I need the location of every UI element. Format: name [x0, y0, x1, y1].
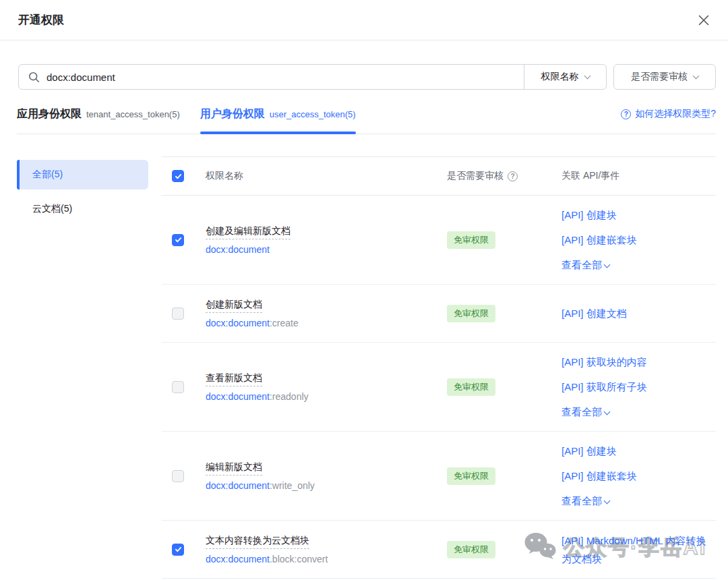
search-input[interactable] — [47, 71, 524, 83]
row-checkbox[interactable] — [172, 234, 184, 246]
table-header: 权限名称 是否需要审核 ? 关联 API/事件 — [162, 157, 716, 196]
help-link[interactable]: ? 如何选择权限类型? — [621, 108, 716, 134]
category-sidebar: 全部(5) 云文档(5) — [17, 134, 148, 579]
table-row: 编辑新版文档 docx:document:write_only 免审权限 [AP… — [162, 432, 716, 521]
api-link[interactable]: [API] 创建文档 — [562, 304, 716, 322]
search-icon — [28, 71, 40, 83]
filter-review-label: 是否需要审核 — [631, 71, 688, 83]
sidebar-item-label: 云文档(5) — [32, 203, 72, 215]
filter-field-label: 权限名称 — [541, 71, 579, 83]
api-links: [API] 创建文档 — [562, 301, 716, 326]
permission-name: 查看新版文档 — [206, 372, 262, 386]
row-checkbox[interactable] — [172, 544, 184, 556]
permission-name: 编辑新版文档 — [206, 461, 262, 475]
tab-label: 用户身份权限 — [200, 107, 265, 121]
review-badge: 免审权限 — [447, 378, 495, 396]
row-checkbox[interactable] — [172, 308, 184, 320]
permission-scope: docx:document — [206, 244, 436, 255]
table-row: 查看新版文档 docx:document:readonly 免审权限 [API]… — [162, 343, 716, 432]
permission-scope-match: docx:document — [206, 480, 270, 491]
api-link[interactable]: [API] 创建块 — [562, 442, 716, 460]
header-api: 关联 API/事件 — [562, 170, 716, 182]
permission-scope: docx:document:write_only — [206, 480, 436, 491]
tab-user-access[interactable]: 用户身份权限 user_access_token(5) — [200, 107, 356, 134]
table-body: 创建及编辑新版文档 docx:document 免审权限 [API] 创建块[A… — [162, 196, 716, 579]
tabs-row: 应用身份权限 tenant_access_token(5) 用户身份权限 use… — [17, 107, 716, 134]
review-badge: 免审权限 — [447, 541, 495, 558]
close-icon[interactable] — [694, 11, 713, 30]
permission-scope-match: docx:document — [206, 391, 270, 402]
permission-scope: docx:document.block:convert — [206, 554, 436, 564]
tab-token: user_access_token(5) — [270, 109, 356, 119]
api-links: [API] Markdown/HTML 内容转换为文档块 — [562, 528, 716, 571]
permission-table: 权限名称 是否需要审核 ? 关联 API/事件 创建及编辑新版文档 docx:d… — [162, 156, 716, 579]
permission-scope: docx:document:readonly — [206, 391, 436, 402]
review-badge: 免审权限 — [447, 305, 495, 322]
permission-scope-rest: :write_only — [270, 480, 315, 491]
permission-name: 创建新版文档 — [206, 299, 262, 313]
permission-scope-rest: .block:convert — [270, 554, 328, 564]
help-link-label: 如何选择权限类型? — [635, 108, 716, 120]
permission-name: 文本内容转换为云文档块 — [206, 535, 309, 549]
permission-scope: docx:document:create — [206, 318, 436, 328]
search-row: 权限名称 是否需要审核 — [18, 64, 716, 90]
filter-review-dropdown[interactable]: 是否需要审核 — [613, 64, 716, 90]
permission-scope-rest: :readonly — [270, 391, 309, 402]
permission-scope-match: docx:document — [206, 318, 270, 328]
api-links: [API] 创建块[API] 创建嵌套块查看全部 — [562, 438, 716, 513]
view-all-link[interactable]: 查看全部 — [562, 403, 716, 421]
tab-token: tenant_access_token(5) — [86, 109, 180, 119]
table-row: 文本内容转换为云文档块 docx:document.block:convert … — [162, 521, 716, 579]
api-link[interactable]: [API] 创建块 — [562, 206, 716, 224]
api-link[interactable]: [API] 获取块的内容 — [562, 353, 716, 371]
filter-field-dropdown[interactable]: 权限名称 — [524, 65, 606, 89]
permission-scope-match: docx:document — [206, 244, 270, 255]
question-circle-icon: ? — [621, 109, 631, 119]
select-all-checkbox[interactable] — [172, 170, 184, 182]
dialog-header: 开通权限 — [0, 0, 728, 40]
view-all-link[interactable]: 查看全部 — [562, 492, 716, 510]
content-area: 全部(5) 云文档(5) 权限名称 是否需要审核 ? 关联 API/事件 — [0, 134, 728, 579]
api-link[interactable]: [API] Markdown/HTML 内容转换为文档块 — [562, 531, 716, 568]
review-badge: 免审权限 — [447, 467, 495, 485]
question-circle-icon[interactable]: ? — [508, 171, 518, 181]
api-link[interactable]: [API] 创建嵌套块 — [562, 467, 716, 485]
permission-dialog: 开通权限 权限名称 是否需要审核 — [0, 0, 728, 579]
api-link[interactable]: [API] 创建嵌套块 — [562, 231, 716, 249]
header-review: 是否需要审核 — [447, 170, 504, 182]
sidebar-item-docs[interactable]: 云文档(5) — [17, 194, 148, 224]
header-permission-name: 权限名称 — [206, 170, 447, 182]
dialog-title: 开通权限 — [18, 12, 64, 28]
chevron-down-icon — [584, 72, 590, 79]
permission-name: 创建及编辑新版文档 — [206, 225, 291, 239]
api-links: [API] 获取块的内容[API] 获取所有子块查看全部 — [562, 349, 716, 424]
table-row: 创建及编辑新版文档 docx:document 免审权限 [API] 创建块[A… — [162, 196, 716, 285]
sidebar-item-label: 全部(5) — [32, 169, 63, 181]
api-link[interactable]: [API] 获取所有子块 — [562, 378, 716, 396]
tab-tenant-access[interactable]: 应用身份权限 tenant_access_token(5) — [17, 107, 180, 134]
chevron-down-icon — [604, 409, 611, 415]
search-group: 权限名称 — [18, 64, 607, 90]
tab-label: 应用身份权限 — [17, 107, 82, 121]
row-checkbox[interactable] — [172, 470, 184, 482]
review-badge: 免审权限 — [447, 231, 495, 249]
row-checkbox[interactable] — [172, 381, 184, 393]
chevron-down-icon — [604, 498, 611, 504]
permission-scope-match: docx:document — [206, 554, 270, 564]
permission-scope-rest: :create — [270, 318, 299, 328]
table-row: 创建新版文档 docx:document:create 免审权限 [API] 创… — [162, 285, 716, 343]
view-all-link[interactable]: 查看全部 — [562, 256, 716, 274]
sidebar-item-all[interactable]: 全部(5) — [17, 160, 148, 190]
chevron-down-icon — [604, 262, 611, 268]
chevron-down-icon — [693, 72, 700, 79]
api-links: [API] 创建块[API] 创建嵌套块查看全部 — [562, 202, 716, 277]
